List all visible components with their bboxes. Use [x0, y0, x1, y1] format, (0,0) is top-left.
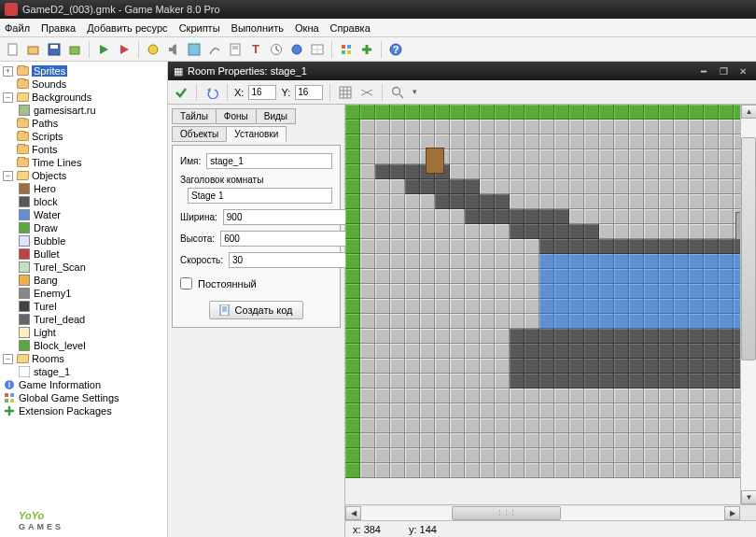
tree-obj[interactable]: Water	[34, 209, 61, 220]
hero-sprite[interactable]	[426, 148, 444, 174]
room-icon[interactable]	[309, 41, 326, 58]
tree-obj[interactable]: Hero	[34, 183, 56, 194]
create-code-button[interactable]: Создать код	[209, 301, 302, 319]
new-icon[interactable]	[5, 41, 21, 58]
workspace: ▦ Room Properties: stage_1 ━ ❐ ✕ X: Y: ▼	[168, 62, 756, 537]
horizontal-scrollbar[interactable]: ◀ ⋮⋮⋮ ▶	[345, 504, 756, 520]
speed-input[interactable]	[229, 252, 355, 268]
tree-obj[interactable]: Block_level	[34, 340, 86, 351]
run-icon[interactable]	[95, 41, 112, 58]
tree-obj[interactable]: Turel	[34, 301, 57, 312]
tab-settings[interactable]: Установки	[226, 126, 287, 142]
svg-line-47	[399, 94, 403, 98]
width-input[interactable]	[223, 209, 349, 225]
grid-toggle-icon[interactable]	[337, 84, 354, 101]
tree-game-info[interactable]: Game Information	[19, 379, 101, 390]
debug-icon[interactable]	[116, 41, 133, 58]
menu-edit[interactable]: Правка	[41, 22, 76, 34]
zoom-icon[interactable]	[389, 84, 406, 101]
script-icon[interactable]	[227, 41, 244, 58]
tab-views[interactable]: Виды	[256, 108, 296, 124]
tree-room-item[interactable]: stage_1	[34, 366, 70, 377]
open-icon[interactable]	[25, 41, 42, 58]
menu-windows[interactable]: Окна	[295, 22, 319, 34]
tab-backgrounds[interactable]: Фоны	[216, 108, 257, 124]
menu-scripts[interactable]: Скрипты	[179, 22, 220, 34]
object-icon[interactable]	[288, 41, 305, 58]
snap-x-input[interactable]	[248, 85, 276, 100]
font-icon[interactable]: T	[247, 41, 264, 58]
room-grid[interactable]	[345, 105, 740, 478]
save-icon[interactable]	[46, 41, 63, 58]
tree-bg-item[interactable]: gamesisart.ru	[34, 105, 96, 116]
sound-icon[interactable]	[165, 41, 182, 58]
persistent-checkbox[interactable]	[180, 277, 192, 290]
caption-input[interactable]	[188, 188, 332, 204]
svg-rect-35	[10, 399, 14, 403]
tab-objects[interactable]: Объекты	[172, 126, 227, 142]
minimize-icon[interactable]: ━	[696, 64, 711, 78]
collapse-icon[interactable]: −	[3, 171, 13, 181]
svg-rect-4	[70, 47, 79, 54]
undo-icon[interactable]	[203, 84, 220, 101]
menu-add-resource[interactable]: Добавить ресурс	[87, 22, 167, 34]
tree-global-settings[interactable]: Global Game Settings	[19, 392, 119, 403]
menu-file[interactable]: Файл	[5, 22, 30, 34]
zoom-dropdown-icon[interactable]: ▼	[411, 88, 418, 96]
tree-obj[interactable]: Turel_dead	[34, 314, 85, 325]
tree-obj[interactable]: Bullet	[34, 248, 60, 260]
collapse-icon[interactable]: −	[3, 354, 13, 364]
svg-rect-22	[347, 45, 351, 49]
tree-objects[interactable]: Objects	[32, 170, 66, 181]
tab-tiles[interactable]: Тайлы	[172, 108, 217, 124]
svg-rect-24	[347, 50, 351, 54]
tree-obj[interactable]: Enemy1	[34, 288, 71, 299]
iso-grid-icon[interactable]	[358, 84, 375, 101]
resource-tree[interactable]: +Sprites Sounds −Backgrounds gamesisart.…	[0, 62, 168, 537]
cursor-x: 384	[364, 524, 381, 535]
background-icon[interactable]	[186, 41, 203, 58]
tree-obj[interactable]: Bubble	[34, 235, 65, 247]
tree-fonts[interactable]: Fonts	[32, 144, 58, 155]
sprite-icon[interactable]	[145, 41, 161, 58]
maximize-icon[interactable]: ❐	[716, 64, 731, 78]
enemy-sprite[interactable]	[735, 212, 740, 240]
tree-obj[interactable]: Light	[34, 327, 56, 338]
confirm-icon[interactable]	[173, 84, 189, 101]
tree-obj[interactable]: block	[34, 196, 58, 207]
collapse-icon[interactable]: −	[3, 92, 13, 103]
tree-backgrounds[interactable]: Backgrounds	[32, 92, 91, 103]
tree-obj[interactable]: Draw	[34, 222, 58, 233]
help-icon[interactable]: ?	[387, 41, 404, 58]
vertical-scrollbar[interactable]: ▲ ▼	[740, 105, 756, 504]
tree-obj[interactable]: Bang	[34, 275, 58, 286]
timeline-icon[interactable]	[268, 41, 285, 58]
tree-ext-packages[interactable]: Extension Packages	[19, 405, 112, 417]
svg-text:?: ?	[393, 44, 399, 55]
svg-point-7	[148, 45, 158, 54]
export-icon[interactable]	[66, 41, 83, 58]
settings-icon[interactable]	[338, 41, 355, 58]
add-icon[interactable]	[358, 41, 375, 58]
svg-rect-0	[8, 44, 17, 55]
tree-obj[interactable]: Turel_Scan	[34, 261, 86, 273]
close-icon[interactable]: ✕	[735, 64, 750, 78]
room-canvas-scroll[interactable]	[345, 105, 740, 504]
caption-label: Заголовок комнаты	[180, 175, 332, 185]
height-input[interactable]	[220, 231, 346, 247]
menu-run[interactable]: Выполнить	[231, 22, 284, 34]
tree-timelines[interactable]: Time Lines	[32, 157, 81, 168]
tree-rooms[interactable]: Rooms	[32, 353, 64, 364]
width-label: Ширина:	[180, 212, 217, 222]
tree-scripts[interactable]: Scripts	[32, 131, 63, 142]
expand-icon[interactable]: +	[3, 66, 13, 77]
path-icon[interactable]	[206, 41, 223, 58]
room-window-titlebar[interactable]: ▦ Room Properties: stage_1 ━ ❐ ✕	[168, 62, 756, 80]
tree-sprites[interactable]: Sprites	[32, 65, 67, 77]
tree-sounds[interactable]: Sounds	[32, 78, 66, 90]
name-label: Имя:	[180, 156, 201, 166]
snap-y-input[interactable]	[295, 85, 323, 100]
name-input[interactable]	[206, 153, 332, 169]
tree-paths[interactable]: Paths	[32, 118, 58, 129]
menu-help[interactable]: Справка	[330, 22, 371, 34]
